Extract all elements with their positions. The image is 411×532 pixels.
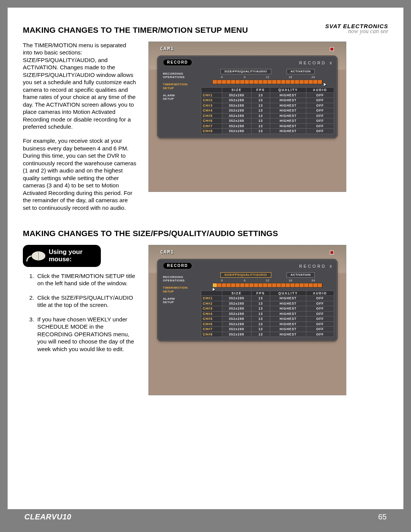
side-alarm-setup[interactable]: ALARM SETUP [163,297,199,304]
side-timer-motion-setup[interactable]: TIMER/MOTION SETUP [163,286,199,293]
table-row: CH#6352x28813HIGHESTOFF [201,118,334,124]
tab-activation[interactable]: ACTIVATION [287,69,315,74]
step-2: Click the SIZE/FPS/QUALITY/AUDIO title a… [36,294,137,309]
col-audio: AUDIO [306,291,334,296]
section1-para1: The TIMER/MOTION menu is separated into … [23,42,137,130]
manual-page: SVAT ELECTRONICS now you can see MAKING … [8,8,403,524]
record-panel: RECORD RECORD x RECORDING OPERATIONS [157,259,338,342]
section2-title: MAKING CHANGES TO THE SIZE/FPS/QUALITY/A… [23,229,388,238]
tab-size-fps-quality-audio[interactable]: SIZE/FPS/QUALITY/AUDIO [220,69,271,74]
camera-label: CAM1 [160,250,174,254]
side-alarm-setup[interactable]: ALARM SETUP [163,94,199,101]
section1-text: The TIMER/MOTION menu is separated into … [23,42,137,218]
using-your-mouse-badge: Using your mouse: [23,245,101,267]
table-row: CH#8352x28813HIGHESTOFF [201,129,334,134]
table-row: CH#8352x28813HIGHESTOFF [201,332,334,337]
footer-page-number: 65 [378,513,387,521]
table-row: CH#1352x28813HIGHESTOFF [201,93,334,98]
panel-mode-label: RECORD [299,264,327,268]
side-timer-motion-setup[interactable]: TIMER/MOTION SETUP [163,83,199,89]
tab-size-fps-quality-audio[interactable]: SIZE/FPS/QUALITY/AUDIO [220,272,271,278]
table-row: CH#4352x28813HIGHESTOFF [201,311,334,316]
timeline-ticks: 0 6 12 18 24 [201,76,334,79]
table-row: CH#2352x28813HIGHESTOFF [201,98,334,103]
record-panel: RECORD RECORD x RECORDING OPERATIONS [157,56,338,138]
panel-title-pill: RECORD [163,262,192,269]
section1-para2: For example, you receive stock at your b… [23,137,137,211]
table-row: CH#7352x28813HIGHESTOFF [201,327,334,332]
col-size: SIZE [222,88,251,93]
panel-title-pill: RECORD [163,59,192,66]
mouse-icon [25,248,49,264]
table-row: CH#3352x28813HIGHESTOFF [201,103,334,108]
record-indicator-icon [330,251,334,254]
side-menu: RECORDING OPERATIONS TIMER/MOTION SETUP … [161,68,199,134]
timeline-ticks: 0 6 12 18 24 [201,279,334,282]
footer-model: CLEARVU10 [24,513,71,521]
table-row: CH#4352x28813HIGHESTOFF [201,108,334,113]
close-icon[interactable]: x [330,264,332,269]
col-quality: QUALITY [270,88,306,93]
col-fps: FPS [251,88,270,93]
step-1: Click the TIMER/MOTION SETUP title on th… [36,272,137,287]
table-row: CH#5352x28813HIGHESTOFF [201,113,334,118]
panel-mode-label: RECORD [299,61,327,65]
col-fps: FPS [251,291,270,296]
table-row: CH#1352x28813HIGHESTOFF [201,296,334,301]
channel-table: SIZE FPS QUALITY AUDIO CH#1352x28813HIGH… [201,291,334,337]
steps-list: Click the TIMER/MOTION SETUP title on th… [23,272,137,353]
col-audio: AUDIO [306,88,334,93]
table-row: CH#6352x28813HIGHESTOFF [201,321,334,327]
dvr-screenshot-2: CAM1 RECORD RECORD x RECORDING [148,245,346,395]
cursor-icon [213,288,215,291]
page-footer: CLEARVU10 65 [8,509,403,524]
camera-label: CAM1 [160,46,174,51]
table-row: CH#7352x28813HIGHESTOFF [201,123,334,129]
step-3: If you have chosen WEEKLY under SCHEDULE… [36,316,137,353]
table-row: CH#2352x28813HIGHESTOFF [201,301,334,306]
side-menu: RECORDING OPERATIONS TIMER/MOTION SETUP … [161,272,199,337]
side-recording-operations[interactable]: RECORDING OPERATIONS [163,72,199,79]
timeline-bar[interactable] [212,80,323,84]
section2-text: Using your mouse: Click the TIMER/MOTION… [23,245,137,395]
channel-table: SIZE FPS QUALITY AUDIO CH#1352x28813HIGH… [201,87,334,134]
table-row: CH#3352x28813HIGHESTOFF [201,306,334,312]
mouse-badge-text: Using your mouse: [49,249,101,263]
record-indicator-icon [330,47,334,51]
table-row: CH#5352x28813HIGHESTOFF [201,316,334,322]
cursor-icon [324,83,326,86]
col-size: SIZE [222,291,251,296]
dvr-screenshot-1: CAM1 RECORD RECORD x RECORDING [148,42,346,192]
close-icon[interactable]: x [330,60,332,66]
side-recording-operations[interactable]: RECORDING OPERATIONS [163,275,199,282]
tab-activation[interactable]: ACTIVATION [287,272,315,278]
timeline-bar[interactable] [212,283,323,288]
col-quality: QUALITY [270,291,306,296]
